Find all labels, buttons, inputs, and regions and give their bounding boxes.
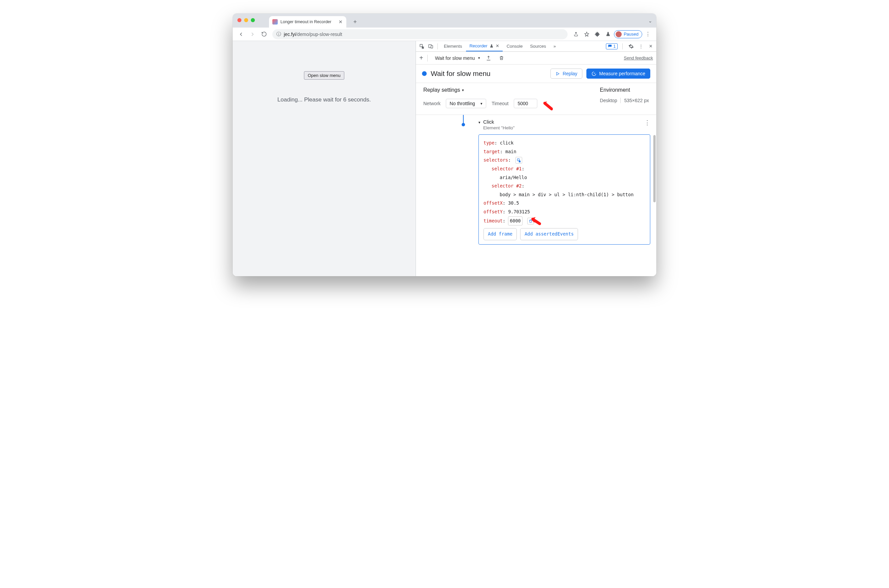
delete-icon[interactable] xyxy=(497,53,506,63)
nav-reload-button[interactable] xyxy=(259,29,269,39)
url-text: jec.fyi/demo/pup-slow-result xyxy=(284,32,342,37)
prop-key: selector #1 xyxy=(492,166,522,171)
recorder-toolbar: + Wait for slow menu ▾ Send feedback xyxy=(416,52,656,64)
delete-timeout-button[interactable] xyxy=(527,218,534,225)
prop-value[interactable]: 30.5 xyxy=(508,200,519,206)
prop-key: selectors xyxy=(483,157,508,163)
avatar-icon xyxy=(616,31,622,37)
tab-recorder[interactable]: Recorder ✕ xyxy=(466,41,502,51)
selector-value[interactable]: aria/Hello xyxy=(499,175,527,180)
timeline-line xyxy=(463,115,464,124)
browser-window: Longer timeout in Recorder ✕ + ⌄ ⓘ jec.f… xyxy=(233,14,656,276)
flask-icon xyxy=(490,44,493,48)
step-editor: type: click target: main selectors: sele… xyxy=(478,134,650,244)
step-timeout-input[interactable]: 6000 xyxy=(508,216,522,226)
measure-performance-button[interactable]: Measure performance xyxy=(587,69,650,79)
scrollbar-thumb[interactable] xyxy=(653,135,656,202)
network-throttling-select[interactable]: No throttling ▾ xyxy=(446,99,486,108)
add-selector-button[interactable] xyxy=(516,157,522,164)
step-title: Click xyxy=(483,119,494,124)
browser-toolbar: ⓘ jec.fyi/demo/pup-slow-result Paused ⋮ xyxy=(233,27,656,41)
prop-value[interactable]: click xyxy=(500,140,514,146)
page-viewport: Open slow menu Loading... Please wait fo… xyxy=(233,41,416,276)
new-recording-button[interactable]: + xyxy=(419,54,423,62)
tab-sources[interactable]: Sources xyxy=(526,41,549,51)
caret-down-icon: ▾ xyxy=(462,88,464,92)
devtools-close-icon[interactable]: ✕ xyxy=(647,41,654,51)
step-header[interactable]: ▾ Click Element "Hello" ⋮ xyxy=(478,119,650,130)
prop-key: offsetX xyxy=(483,200,503,206)
network-label: Network xyxy=(423,101,441,106)
recording-title: Wait for slow menu xyxy=(431,69,546,78)
open-slow-menu-button[interactable]: Open slow menu xyxy=(304,71,344,80)
site-info-icon[interactable]: ⓘ xyxy=(277,31,281,37)
env-dimensions: 535×622 px xyxy=(624,98,649,103)
address-bar[interactable]: ⓘ jec.fyi/demo/pup-slow-result xyxy=(272,29,567,39)
new-tab-button[interactable]: + xyxy=(350,17,360,27)
prop-key: target xyxy=(483,149,500,154)
recording-selector[interactable]: Wait for slow menu ▾ xyxy=(435,56,480,61)
gauge-icon xyxy=(591,71,596,76)
selector-value[interactable]: body > main > div > ul > li:nth-child(1)… xyxy=(499,192,633,197)
steps-area: ▾ Click Element "Hello" ⋮ type: click ta… xyxy=(416,115,656,276)
issue-icon xyxy=(608,44,612,48)
tabstrip-chevron-icon[interactable]: ⌄ xyxy=(648,18,652,24)
add-asserted-events-button[interactable]: Add assertedEvents xyxy=(520,228,578,240)
play-icon xyxy=(555,72,560,76)
paused-label: Paused xyxy=(624,32,638,37)
timeline-dot-icon xyxy=(462,123,465,126)
content-area: Open slow menu Loading... Please wait fo… xyxy=(233,41,656,276)
tab-console[interactable]: Console xyxy=(503,41,526,51)
devtools-tabbar: Elements Recorder ✕ Console Sources » 1 xyxy=(416,41,656,52)
tab-title: Longer timeout in Recorder xyxy=(280,20,331,24)
recording-status-icon xyxy=(422,71,427,76)
prop-key: selector #2 xyxy=(492,183,522,189)
step-menu-icon[interactable]: ⋮ xyxy=(644,119,650,126)
devtools-settings-icon[interactable] xyxy=(627,41,635,51)
tab-strip: Longer timeout in Recorder ✕ + ⌄ xyxy=(233,14,656,27)
env-device: Desktop xyxy=(600,98,617,103)
devtools-menu-icon[interactable]: ⋮ xyxy=(638,41,644,51)
add-frame-button[interactable]: Add frame xyxy=(483,228,517,240)
tab-close-icon[interactable]: ✕ xyxy=(496,44,499,48)
prop-value[interactable]: 9.703125 xyxy=(508,209,530,214)
chrome-menu-icon[interactable]: ⋮ xyxy=(643,29,653,39)
window-minimize-icon[interactable] xyxy=(244,18,248,22)
prop-value[interactable]: main xyxy=(505,149,516,154)
prop-key: offsetY xyxy=(483,209,503,214)
environment-header: Environment xyxy=(600,87,649,93)
timeout-label: Timeout xyxy=(492,101,508,106)
profile-paused-chip[interactable]: Paused xyxy=(614,30,642,38)
loading-text: Loading... Please wait for 6 seconds. xyxy=(277,96,371,103)
replay-settings-section: Replay settings ▾ Network No throttling … xyxy=(416,83,656,115)
traffic-lights xyxy=(238,18,255,22)
share-icon[interactable] xyxy=(571,29,581,39)
bookmark-icon[interactable] xyxy=(582,29,592,39)
devtools-panel: Elements Recorder ✕ Console Sources » 1 xyxy=(416,41,656,276)
labs-icon[interactable] xyxy=(603,29,613,39)
annotation-arrow-icon xyxy=(542,100,553,111)
send-feedback-link[interactable]: Send feedback xyxy=(624,56,653,60)
tabs-overflow-icon[interactable]: » xyxy=(550,41,559,51)
prop-key: type xyxy=(483,140,495,146)
issues-chip[interactable]: 1 xyxy=(606,44,618,50)
timeout-input[interactable]: 5000 xyxy=(514,99,537,108)
chevron-down-icon: ▾ xyxy=(480,102,483,106)
chevron-down-icon: ▾ xyxy=(478,56,480,60)
window-close-icon[interactable] xyxy=(238,18,241,22)
tab-elements[interactable]: Elements xyxy=(441,41,465,51)
browser-tab[interactable]: Longer timeout in Recorder ✕ xyxy=(269,16,346,27)
window-zoom-icon[interactable] xyxy=(251,18,255,22)
svg-rect-2 xyxy=(431,45,433,48)
replay-settings-header[interactable]: Replay settings ▾ xyxy=(423,87,587,93)
prop-key: timeout xyxy=(483,218,503,224)
export-icon[interactable] xyxy=(484,53,493,63)
caret-down-icon: ▾ xyxy=(478,120,480,124)
nav-back-button[interactable] xyxy=(236,29,246,39)
replay-button[interactable]: Replay xyxy=(551,69,582,79)
recorder-header: Wait for slow menu Replay Measure perfor… xyxy=(416,64,656,83)
inspect-icon[interactable] xyxy=(418,41,426,51)
device-toggle-icon[interactable] xyxy=(427,41,435,51)
tab-close-icon[interactable]: ✕ xyxy=(338,20,343,24)
extensions-icon[interactable] xyxy=(593,29,603,39)
